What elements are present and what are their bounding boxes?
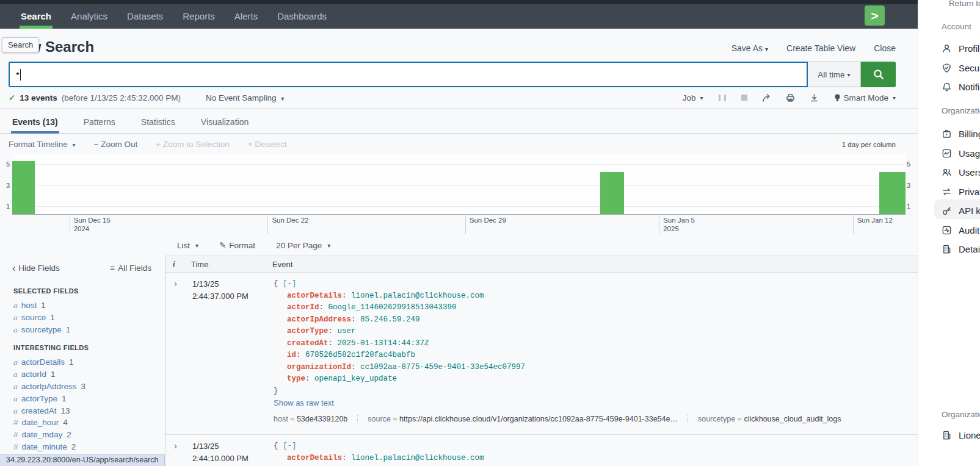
create-table-view-button[interactable]: Create Table View [786, 43, 855, 53]
field-item-date_minute[interactable]: #date_minute2 [13, 441, 165, 453]
check-icon: ✓ [9, 93, 15, 102]
time-range-picker[interactable]: All time▾ [808, 62, 861, 87]
nav-item-dashboards[interactable]: Dashboards [267, 11, 336, 29]
field-item-createdAt[interactable]: acreatedAt13 [13, 405, 165, 417]
field-item-actorDetails[interactable]: aactorDetails1 [13, 356, 165, 368]
organization-footer-header: Organization [942, 410, 980, 419]
histogram-bar[interactable] [879, 172, 906, 214]
gridline [12, 164, 906, 165]
menu-item-profile[interactable]: Profile [942, 41, 980, 55]
sampling-label: No Event Sampling [206, 93, 277, 102]
audit-log-icon [942, 225, 952, 235]
share-icon [762, 93, 771, 102]
search-input[interactable]: * [9, 62, 808, 87]
field-item-sourcetype[interactable]: asourcetype1 [13, 324, 165, 336]
field-item-actorId[interactable]: aactorId1 [13, 368, 165, 381]
field-item-actorType[interactable]: aactorType1 [13, 393, 165, 405]
zoom-out-button[interactable]: − Zoom Out [94, 140, 138, 149]
search-button[interactable] [861, 62, 896, 87]
show-raw-text-link[interactable]: Show as raw text [274, 398, 918, 407]
histogram-bar[interactable] [12, 161, 35, 214]
search-mode-button[interactable]: Smart Mode▾ [833, 93, 896, 102]
collapse-json-link[interactable]: [-] [283, 442, 297, 450]
format-label: Format [229, 241, 255, 250]
chart-x-axis: Sun Dec 152024 Sun Dec 22 Sun Dec 29 Sun… [12, 214, 906, 234]
nav-item-search[interactable]: Search [11, 11, 61, 29]
field-item-host[interactable]: ahost1 [13, 299, 165, 312]
chevron-down-icon: ▾ [73, 142, 76, 148]
list-view-dropdown[interactable]: List▾ [177, 240, 198, 250]
bell-icon [942, 82, 952, 92]
format-timeline-dropdown[interactable]: Format Timeline ▾ [9, 140, 76, 149]
menu-item-details[interactable]: Details [942, 242, 980, 256]
active-nav-underline [20, 26, 53, 29]
deselect-button: × Deselect [248, 140, 287, 149]
all-fields-button[interactable]: ≡All Fields [110, 263, 151, 273]
x-tick: Sun Jan 52025 [659, 214, 695, 234]
menu-item-audit[interactable]: Audit [942, 223, 979, 237]
hide-fields-button[interactable]: ‹Hide Fields [12, 263, 60, 273]
collapse-json-link[interactable]: [-] [283, 279, 297, 288]
search-tooltip: Search [2, 37, 39, 52]
splunk-logo-icon[interactable]: > [865, 5, 885, 26]
menu-item-organization-lionel[interactable]: Lionel [942, 428, 980, 442]
expand-event-button[interactable]: › [165, 278, 192, 429]
y-axis-label: 3 [1, 182, 10, 189]
meta-host[interactable]: host53de4339120b [274, 415, 347, 423]
tab-events[interactable]: Events (13) [11, 115, 59, 133]
nav-item-reports[interactable]: Reports [173, 11, 225, 29]
nav-item-alerts[interactable]: Alerts [225, 11, 267, 29]
mode-label: Smart Mode [843, 93, 888, 102]
building-icon [942, 430, 952, 440]
menu-label: Lionel [959, 430, 980, 440]
event-time: 1/13/25 2:44:37.000 PM [192, 278, 274, 429]
selected-fields-header: SELECTED FIELDS [13, 287, 165, 295]
expand-event-button[interactable]: › [165, 440, 192, 465]
nav-item-datasets[interactable]: Datasets [117, 11, 173, 29]
job-menu-button[interactable]: Job▾ [683, 93, 703, 102]
print-button[interactable] [786, 93, 795, 102]
close-button[interactable]: Close [874, 43, 896, 53]
tab-statistics[interactable]: Statistics [140, 115, 176, 133]
job-status-bar: ✓ 13 events (before 1/13/25 2:45:32.000 … [0, 87, 918, 109]
field-item-actorIpAddress[interactable]: aactorIpAddress3 [13, 381, 165, 393]
menu-item-api-keys[interactable]: API keys [942, 204, 980, 217]
event-row: › 1/13/25 2:44:10.000 PM { [-] actorDeta… [165, 434, 918, 465]
menu-item-notifications[interactable]: Notifications [942, 80, 980, 93]
y-axis-label-right: 1 [907, 203, 915, 210]
tab-patterns[interactable]: Patterns [82, 115, 117, 133]
meta-source[interactable]: sourcehttps://api.clickhouse.cloud/v1/or… [357, 415, 678, 423]
chevron-left-icon: ‹ [12, 265, 15, 272]
field-item-source[interactable]: asource1 [13, 312, 165, 324]
per-page-dropdown[interactable]: 20 Per Page▾ [276, 240, 330, 250]
menu-label: Users [959, 167, 980, 177]
chart-plot-area[interactable] [12, 154, 906, 215]
format-results-button[interactable]: ✎Format [219, 240, 255, 250]
arrows-swap-icon [942, 187, 952, 197]
save-as-button[interactable]: Save As▾ [731, 43, 768, 53]
download-icon [810, 93, 819, 102]
stop-button[interactable] [741, 95, 747, 101]
return-to-link[interactable]: Return to [949, 0, 980, 8]
meta-sourcetype[interactable]: sourcetypeclickhouse_cloud_audit_logs [688, 415, 841, 423]
pause-icon [719, 95, 720, 101]
field-item-date_mday[interactable]: #date_mday2 [13, 429, 165, 441]
chevron-down-icon: ▾ [195, 242, 198, 249]
share-button[interactable] [762, 93, 771, 102]
histogram-bar[interactable] [600, 172, 624, 214]
menu-item-security[interactable]: Security [942, 61, 980, 74]
menu-item-usage[interactable]: Usage [942, 146, 980, 160]
menu-item-users[interactable]: Users [942, 165, 980, 179]
tab-visualization[interactable]: Visualization [200, 115, 250, 133]
nav-item-analytics[interactable]: Analytics [61, 11, 117, 29]
event-sampling-dropdown[interactable]: No Event Sampling ▾ [206, 93, 284, 102]
field-item-date_hour[interactable]: #date_hour4 [13, 417, 165, 429]
stop-icon [741, 95, 747, 101]
menu-item-private-endpoints[interactable]: Private endpoints [942, 185, 980, 198]
y-axis-label: 5 [1, 160, 10, 168]
title-row: New Search Save As▾ Create Table View Cl… [0, 29, 918, 59]
export-button[interactable] [810, 93, 819, 102]
menu-item-billing[interactable]: Billing [942, 127, 980, 140]
interesting-fields-header: INTERESTING FIELDS [13, 344, 165, 351]
pause-button[interactable] [717, 95, 727, 101]
